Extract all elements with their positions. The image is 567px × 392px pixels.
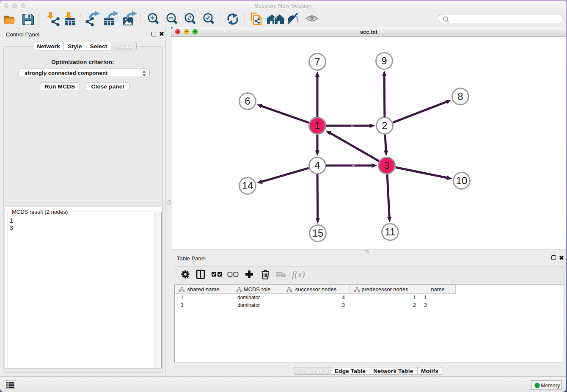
svg-text:8: 8	[457, 91, 463, 102]
svg-text:6: 6	[245, 95, 250, 107]
svg-text:7: 7	[314, 56, 320, 67]
svg-text:f(x): f(x)	[292, 269, 305, 279]
svg-text:4: 4	[314, 160, 320, 171]
svg-text:3: 3	[384, 160, 389, 171]
svg-text:1: 1	[314, 120, 320, 131]
svg-text:10: 10	[456, 175, 468, 186]
svg-text:9: 9	[381, 55, 387, 66]
svg-text:15: 15	[312, 227, 324, 239]
svg-text:11: 11	[385, 226, 396, 237]
svg-text:14: 14	[242, 180, 253, 191]
svg-text:2: 2	[382, 120, 387, 131]
